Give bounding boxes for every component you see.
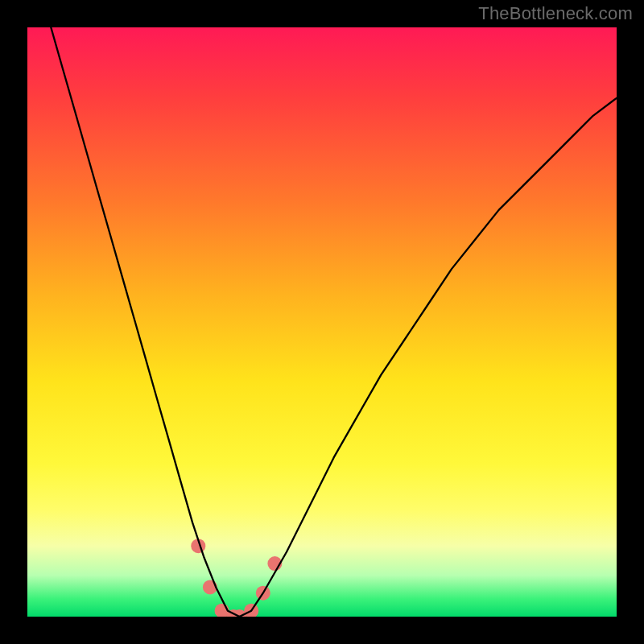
watermark-text: TheBottleneck.com — [478, 3, 633, 24]
bottleneck-curve-path — [51, 27, 617, 617]
markers-group — [191, 539, 282, 617]
curve-svg — [27, 27, 617, 617]
plot-area — [27, 27, 617, 617]
chart-frame: TheBottleneck.com — [0, 0, 644, 644]
